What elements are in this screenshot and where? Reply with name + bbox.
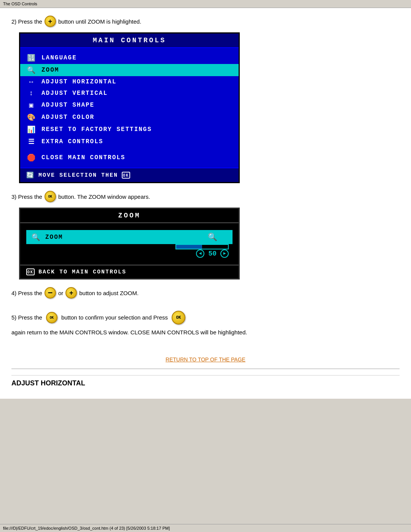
footer-label: MOVE SELECTION THEN [38,172,118,179]
close-label: CLOSE MAIN CONTROLS [41,154,125,161]
zoom-footer: OK BACK TO MAIN CONTROLS [20,265,239,278]
reset-label: RESET TO FACTORY SETTINGS [41,126,152,133]
step2-text: 2) Press the + button until ZOOM is high… [11,16,400,27]
zoom-plus-icon: ⊕ [223,232,228,242]
zoom-main-row: 🔍 ZOOM 🔍 ⊕ [26,230,233,244]
top-bar-title: The OSD Controls [3,2,37,6]
right-arrow-circle[interactable]: ► [220,249,229,258]
zoom-minus-icon: 🔍 [208,232,218,242]
left-arrow-circle[interactable]: ◄ [196,249,204,258]
ok-button-step5b[interactable]: OK [172,311,185,324]
zoom-slider-track [175,244,229,249]
step3-after: button. The ZOOM window appears. [58,193,150,200]
step2-after: button until ZOOM is highlighted. [58,18,141,25]
main-content: 2) Press the + button until ZOOM is high… [0,8,411,399]
vert-label: ADJUST VERTICAL [41,90,108,97]
step4-middle: or [58,290,63,296]
zoom-search-icon: 🔍 [31,233,41,241]
minus-button[interactable]: − [45,287,56,299]
zoom-title: ZOOM [20,209,239,223]
menu-item-adjust-vertical: ↕ ADJUST VERTICAL [20,88,239,99]
zoom-footer-ok: OK [26,268,35,275]
step3-before: 3) Press the [11,193,42,200]
language-icon: 🔢 [26,54,37,62]
top-bar: The OSD Controls [0,0,411,8]
zoom-footer-label: BACK TO MAIN CONTROLS [38,269,126,275]
step4-text: 4) Press the − or + button to adjust ZOO… [11,287,400,299]
plus-button-step4[interactable]: + [65,287,77,299]
ok-badge: OK [122,172,130,179]
menu-item-close: 🛑 CLOSE MAIN CONTROLS [20,152,239,164]
step5-middle: button to confirm your selection and Pre… [61,312,168,323]
shape-icon: ▣ [26,101,37,109]
zoom-body: 🔍 ZOOM 🔍 ⊕ ◄ 50 ► [20,223,239,265]
extra-label: EXTRA CONTROLS [41,138,103,145]
horiz-label: ADJUST HORIZONTAL [41,78,116,85]
plus-button[interactable]: + [45,16,56,27]
vert-icon: ↕ [26,89,37,97]
color-label: ADJUST COLOR [41,114,94,121]
shape-label: ADJUST SHAPE [41,102,94,109]
main-controls-title: MAIN CONTROLS [20,34,239,48]
ok-button-step3[interactable]: OK [45,191,56,202]
zoom-slider-area [26,244,233,249]
horiz-icon: ↔ [26,78,37,86]
menu-item-reset: 📊 RESET TO FACTORY SETTINGS [20,123,239,136]
section-header: ADJUST HORIZONTAL [11,379,400,387]
extra-icon: ☰ [26,137,37,146]
zoom-value-row: ◄ 50 ► [26,249,233,258]
menu-item-zoom: 🔍 ZOOM [20,64,239,76]
zoom-screen: ZOOM 🔍 ZOOM 🔍 ⊕ ◄ 50 ► [19,208,240,280]
menu-item-adjust-color: 🎨 ADJUST COLOR [20,111,239,123]
circle-arrow-icon: 🔄 [26,171,35,179]
divider2 [11,375,400,375]
zoom-label: ZOOM [41,67,59,73]
zoom-value: 50 [208,250,217,257]
divider1 [11,369,400,369]
bottom-bar: file:///D|/EDFU/crt_19/edoc/english/OSD_… [0,524,411,532]
step5-after: again return to the MAIN CONTROLS window… [11,327,247,338]
bottom-bar-text: file:///D|/EDFU/crt_19/edoc/english/OSD_… [3,526,170,530]
menu-item-language: 🔢 LANGUAGE [20,52,239,64]
zoom-icon: 🔍 [26,66,37,74]
close-icon: 🛑 [26,153,37,162]
color-icon: 🎨 [26,113,37,121]
language-label: LANGUAGE [41,54,77,61]
step4-after: button to adjust ZOOM. [79,290,139,296]
osd-footer: 🔄 MOVE SELECTION THEN OK [20,168,239,182]
zoom-row-label: ZOOM [45,234,63,241]
step4-before: 4) Press the [11,290,42,296]
step5-before: 5) Press the [11,312,42,323]
menu-item-adjust-shape: ▣ ADJUST SHAPE [20,99,239,111]
step5-text: 5) Press the OK button to confirm your s… [11,311,400,338]
zoom-right-controls: 🔍 ⊕ [208,232,233,242]
return-link-container: RETURN TO TOP OF THE PAGE [11,356,400,363]
ok-button-step5[interactable]: OK [46,312,57,323]
reset-icon: 📊 [26,125,37,134]
menu-item-adjust-horizontal: ↔ ADJUST HORIZONTAL [20,76,239,88]
main-controls-screen: MAIN CONTROLS 🔢 LANGUAGE 🔍 ZOOM ↔ ADJUST… [19,32,240,183]
main-controls-body: 🔢 LANGUAGE 🔍 ZOOM ↔ ADJUST HORIZONTAL ↕ … [20,48,239,168]
footer-icons: 🔄 [26,171,35,179]
return-to-top-link[interactable]: RETURN TO TOP OF THE PAGE [166,356,245,363]
menu-item-extra: ☰ EXTRA CONTROLS [20,136,239,148]
zoom-slider-fill [176,245,202,249]
step3-text: 3) Press the OK button. The ZOOM window … [11,191,400,202]
step2-before: 2) Press the [11,18,42,25]
